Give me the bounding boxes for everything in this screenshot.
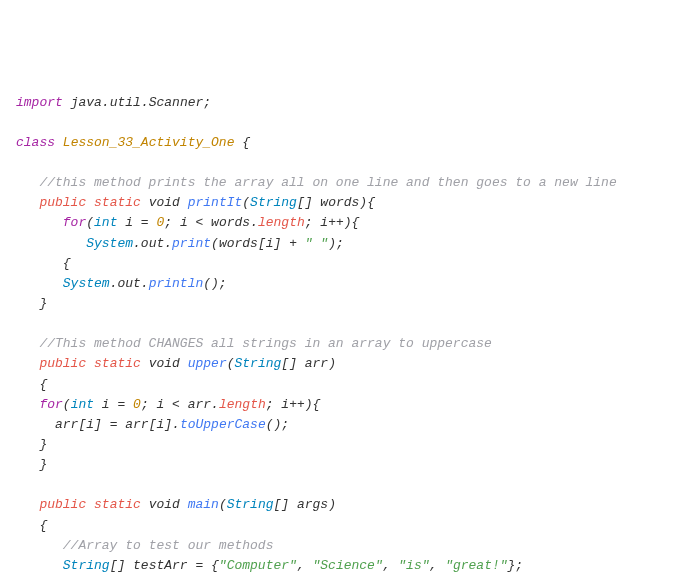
str-is: "is" (398, 558, 429, 573)
kw-void: void (149, 195, 180, 210)
var-testarr: testArr (133, 558, 188, 573)
cls-system: System (86, 236, 133, 251)
method-printit: printIt (188, 195, 243, 210)
type-int: int (94, 215, 117, 230)
pkg-java: java (71, 95, 102, 110)
param-arr: arr (305, 356, 328, 371)
cls-scanner: Scanner (149, 95, 204, 110)
kw-import: import (16, 95, 63, 110)
comment-2: //This method CHANGES all strings in an … (39, 336, 491, 351)
comment-1: //this method prints the array all on on… (39, 175, 616, 190)
method-upper: upper (188, 356, 227, 371)
prop-length: length (258, 215, 305, 230)
method-touppercase: toUpperCase (180, 417, 266, 432)
comment-3: //Array to test our methods (63, 538, 274, 553)
kw-public: public (39, 195, 86, 210)
code-block: import java.util.Scanner; class Lesson_3… (16, 93, 684, 575)
str-space: " " (305, 236, 328, 251)
param-words: words (320, 195, 359, 210)
method-main: main (188, 497, 219, 512)
kw-static: static (94, 195, 141, 210)
type-string: String (250, 195, 297, 210)
kw-for: for (63, 215, 86, 230)
str-computer: "Computer" (219, 558, 297, 573)
method-print: print (172, 236, 211, 251)
str-great: "great!" (445, 558, 507, 573)
method-println: println (149, 276, 204, 291)
class-name: Lesson_33_Activity_One (63, 135, 235, 150)
pkg-util: util (110, 95, 141, 110)
str-science: "Science" (312, 558, 382, 573)
param-args: args (297, 497, 328, 512)
kw-class: class (16, 135, 55, 150)
